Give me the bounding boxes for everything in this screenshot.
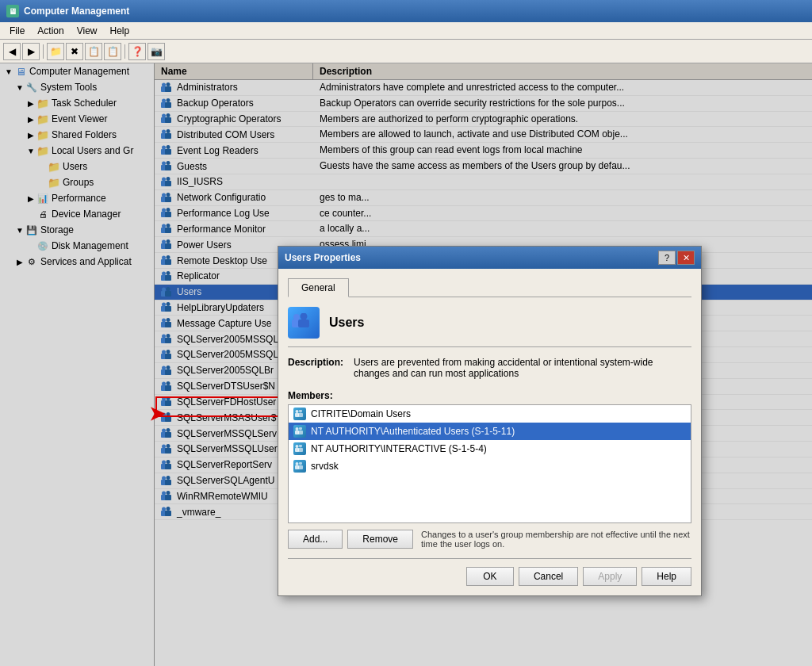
- svg-point-115: [301, 313, 308, 320]
- member-icon: [293, 408, 306, 420]
- svg-rect-118: [298, 413, 303, 417]
- toolbar-sep1: [43, 44, 44, 59]
- membership-note: Changes to a user's group membership are…: [421, 530, 691, 549]
- description-text: Users are prevented from making accident…: [354, 357, 691, 379]
- member-name: NT AUTHORITY\INTERACTIVE (S-1-5-4): [311, 443, 487, 454]
- description-row: Description: Users are prevented from ma…: [288, 357, 691, 379]
- help-button[interactable]: Help: [642, 567, 691, 586]
- toolbar-up[interactable]: 📁: [47, 43, 64, 60]
- svg-rect-130: [298, 465, 303, 469]
- title-bar-text: Computer Management: [24, 6, 129, 17]
- description-label: Description:: [288, 357, 347, 368]
- toolbar-help[interactable]: ❓: [128, 43, 146, 60]
- menu-file[interactable]: File: [3, 24, 31, 38]
- member-icon: [293, 442, 306, 455]
- member-icon: [293, 460, 306, 473]
- member-item[interactable]: NT AUTHORITY\INTERACTIVE (S-1-5-4): [289, 440, 691, 457]
- svg-point-117: [296, 410, 299, 413]
- svg-point-127: [299, 445, 302, 448]
- member-name: NT AUTHORITY\Authenticated Users (S-1-5-…: [311, 426, 515, 437]
- tab-general[interactable]: General: [288, 278, 349, 297]
- add-member-button[interactable]: Add...: [288, 530, 343, 549]
- member-icon: [293, 425, 306, 438]
- tab-bar: General: [288, 278, 691, 297]
- svg-rect-114: [298, 320, 309, 327]
- svg-point-131: [299, 462, 302, 465]
- group-header: Users: [288, 307, 691, 347]
- member-name: srvdsk: [311, 461, 339, 472]
- dialog-title-bar: Users Properties ? ✕: [278, 247, 701, 269]
- member-item[interactable]: CITRITE\Domain Users: [289, 405, 691, 423]
- svg-point-123: [299, 427, 302, 431]
- svg-point-125: [296, 445, 299, 448]
- members-list: CITRITE\Domain Users NT AUTHORITY\Authen…: [288, 404, 691, 523]
- menu-view[interactable]: View: [71, 24, 104, 38]
- svg-point-119: [299, 410, 302, 413]
- dialog-footer: OK Cancel Apply Help: [288, 558, 691, 586]
- member-name: CITRITE\Domain Users: [311, 408, 411, 419]
- toolbar: ◀ ▶ 📁 ✖ 📋 📋 ❓ 📷: [0, 40, 812, 63]
- dialog-close-btn[interactable]: ✕: [677, 251, 695, 265]
- dialog-content: General Users De: [278, 269, 701, 595]
- modal-overlay: Users Properties ? ✕ General: [0, 63, 812, 666]
- users-properties-dialog: Users Properties ? ✕ General: [278, 246, 702, 596]
- toolbar-refresh[interactable]: 📋: [104, 43, 121, 60]
- apply-button[interactable]: Apply: [583, 567, 637, 586]
- add-remove-buttons: Add... Remove: [288, 530, 413, 549]
- menu-bar: File Action View Help: [0, 22, 812, 40]
- remove-member-button[interactable]: Remove: [347, 530, 413, 549]
- dialog-help-btn[interactable]: ?: [658, 251, 676, 265]
- member-item[interactable]: NT AUTHORITY\Authenticated Users (S-1-5-…: [289, 423, 691, 440]
- group-name-display: Users: [329, 316, 364, 330]
- svg-point-129: [296, 462, 299, 465]
- member-item[interactable]: srvdsk: [289, 457, 691, 475]
- members-label: Members:: [288, 390, 691, 401]
- ok-button[interactable]: OK: [466, 567, 514, 586]
- toolbar-sep2: [124, 44, 125, 59]
- main-layout: ▼ 🖥 Computer Management ▼ 🔧 System Tools…: [0, 63, 812, 666]
- toolbar-delete[interactable]: ✖: [66, 43, 83, 60]
- toolbar-back[interactable]: ◀: [3, 43, 21, 60]
- dialog-title-text: Users Properties: [285, 252, 657, 263]
- svg-rect-126: [298, 448, 303, 452]
- title-bar: 🖥 Computer Management: [0, 0, 812, 22]
- app-icon: 🖥: [6, 5, 19, 17]
- toolbar-forward[interactable]: ▶: [22, 43, 40, 60]
- svg-point-121: [296, 427, 299, 431]
- toolbar-properties[interactable]: 📋: [85, 43, 102, 60]
- group-big-icon: [288, 307, 320, 339]
- menu-help[interactable]: Help: [104, 24, 136, 38]
- menu-action[interactable]: Action: [31, 24, 70, 38]
- svg-point-113: [293, 314, 300, 320]
- toolbar-export[interactable]: 📷: [147, 43, 165, 60]
- cancel-button[interactable]: Cancel: [519, 567, 578, 586]
- svg-rect-122: [298, 431, 303, 434]
- add-remove-row: Add... Remove Changes to a user's group …: [288, 530, 691, 549]
